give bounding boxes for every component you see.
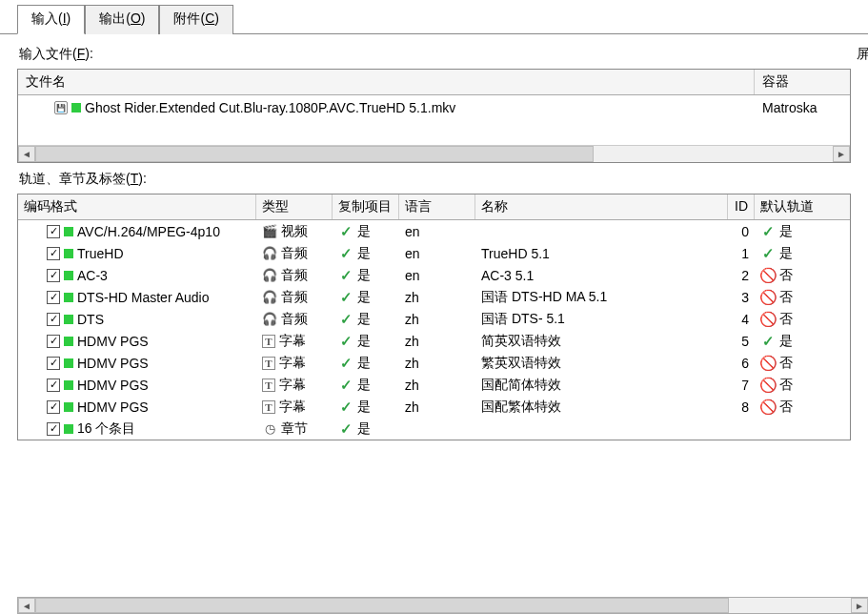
- track-copy-text: 是: [357, 223, 371, 240]
- scroll-left-arrow-icon[interactable]: ◄: [18, 598, 35, 613]
- track-id-text: 5: [741, 334, 749, 349]
- track-row[interactable]: AC-3🎧音频✓是enAC-3 5.12🚫否: [18, 264, 850, 286]
- tracks-hscrollbar[interactable]: ◄ ►: [17, 597, 868, 614]
- check-icon: ✓: [338, 290, 353, 305]
- tab-attachments[interactable]: 附件(C): [159, 5, 232, 34]
- track-copy-text: 是: [357, 245, 371, 262]
- tab-input[interactable]: 输入(I): [17, 5, 85, 34]
- status-indicator-icon: [71, 103, 81, 113]
- tab-input-label: 输入: [31, 10, 58, 26]
- track-checkbox[interactable]: [47, 379, 60, 392]
- col-header-codec[interactable]: 编码格式: [18, 194, 256, 219]
- scroll-right-arrow-icon[interactable]: ►: [851, 598, 868, 613]
- tab-bar: 输入(I) 输出(O) 附件(C): [0, 0, 868, 34]
- check-icon: ✓: [338, 378, 353, 393]
- track-lang-text: zh: [405, 290, 419, 305]
- track-row[interactable]: DTS-HD Master Audio🎧音频✓是zh国语 DTS-HD MA 5…: [18, 286, 850, 308]
- track-lang-text: zh: [405, 334, 419, 349]
- file-list-hscrollbar[interactable]: ◄ ►: [18, 145, 850, 162]
- track-checkbox[interactable]: [47, 400, 60, 414]
- status-indicator-icon: [64, 358, 73, 368]
- col-header-filename[interactable]: 文件名: [18, 70, 755, 94]
- track-checkbox[interactable]: [47, 422, 60, 436]
- track-codec-text: DTS-HD Master Audio: [77, 290, 209, 305]
- track-type-text: 字幕: [279, 355, 306, 372]
- track-copy-text: 是: [357, 377, 371, 394]
- col-header-copy[interactable]: 复制项目: [333, 194, 399, 219]
- track-default-text: 是: [779, 245, 793, 262]
- track-row[interactable]: HDMV PGST字幕✓是zh国配繁体特效8🚫否: [18, 396, 850, 418]
- file-list-panel: 文件名 容器 💾 Ghost Rider.Extended Cut.Blu-ra…: [17, 69, 851, 163]
- track-checkbox[interactable]: [47, 225, 60, 238]
- track-codec-text: HDMV PGS: [77, 399, 149, 415]
- track-id-text: 7: [741, 378, 749, 393]
- track-checkbox[interactable]: [47, 269, 60, 282]
- track-codec-text: HDMV PGS: [77, 334, 149, 349]
- track-list-panel: 编码格式 类型 复制项目 语言 名称 ID 默认轨道 AVC/H.264/MPE…: [17, 194, 851, 440]
- track-list-body: AVC/H.264/MPEG-4p10🎬视频✓是en0✓是TrueHD🎧音频✓是…: [18, 220, 850, 440]
- track-lang-text: zh: [405, 356, 419, 371]
- scroll-track[interactable]: [35, 598, 851, 613]
- track-checkbox[interactable]: [47, 335, 60, 348]
- prohibit-icon: 🚫: [760, 312, 776, 327]
- track-lang-text: en: [405, 224, 420, 239]
- status-indicator-icon: [64, 293, 73, 302]
- scroll-left-arrow-icon[interactable]: ◄: [18, 146, 35, 162]
- track-codec-text: HDMV PGS: [77, 356, 149, 371]
- track-copy-text: 是: [357, 355, 371, 372]
- status-indicator-icon: [64, 271, 73, 280]
- track-row[interactable]: AVC/H.264/MPEG-4p10🎬视频✓是en0✓是: [18, 220, 850, 242]
- track-type-text: 音频: [281, 267, 308, 284]
- audio-type-icon: 🎧: [262, 290, 277, 305]
- scroll-thumb[interactable]: [35, 598, 729, 613]
- track-id-text: 1: [741, 246, 749, 261]
- track-default-text: 否: [779, 311, 793, 328]
- status-indicator-icon: [64, 249, 73, 258]
- col-header-id[interactable]: ID: [728, 194, 755, 219]
- track-checkbox[interactable]: [47, 357, 60, 370]
- tab-output-label: 输出: [99, 10, 126, 26]
- check-icon: ✓: [338, 246, 353, 261]
- track-name-text: 国配繁体特效: [481, 399, 561, 416]
- tab-output[interactable]: 输出(O): [85, 5, 159, 34]
- track-type-text: 视频: [281, 223, 308, 240]
- track-row[interactable]: TrueHD🎧音频✓是enTrueHD 5.11✓是: [18, 242, 850, 264]
- status-indicator-icon: [64, 315, 73, 324]
- tracks-section-label: 轨道、章节及标签(T):: [0, 163, 868, 194]
- track-id-text: 4: [741, 312, 749, 327]
- track-row[interactable]: DTS🎧音频✓是zh国语 DTS- 5.14🚫否: [18, 308, 850, 330]
- audio-type-icon: 🎧: [262, 268, 277, 283]
- track-row[interactable]: HDMV PGST字幕✓是zh繁英双语特效6🚫否: [18, 352, 850, 374]
- subtitle-type-icon: T: [262, 379, 275, 392]
- track-checkbox[interactable]: [47, 247, 60, 260]
- col-header-default[interactable]: 默认轨道: [755, 194, 833, 219]
- tab-attach-label: 附件: [173, 10, 200, 26]
- col-header-type[interactable]: 类型: [256, 194, 333, 219]
- track-default-text: 是: [779, 333, 793, 350]
- scroll-thumb[interactable]: [35, 146, 594, 162]
- track-checkbox[interactable]: [47, 291, 60, 304]
- col-header-container[interactable]: 容器: [755, 70, 850, 94]
- col-header-lang[interactable]: 语言: [399, 194, 475, 219]
- status-indicator-icon: [64, 227, 73, 236]
- track-row[interactable]: HDMV PGST字幕✓是zh简英双语特效5✓是: [18, 330, 850, 352]
- status-indicator-icon: [64, 402, 73, 412]
- track-default-text: 是: [779, 223, 793, 240]
- track-lang-text: zh: [405, 378, 419, 393]
- scroll-track[interactable]: [35, 146, 833, 162]
- track-type-text: 音频: [281, 311, 308, 328]
- file-row[interactable]: 💾 Ghost Rider.Extended Cut.Blu-ray.1080P…: [18, 95, 850, 120]
- prohibit-icon: 🚫: [760, 378, 776, 393]
- scroll-right-arrow-icon[interactable]: ►: [833, 146, 850, 162]
- check-icon: ✓: [760, 334, 776, 349]
- track-default-text: 否: [779, 377, 793, 394]
- col-header-name[interactable]: 名称: [475, 194, 728, 219]
- track-row[interactable]: 16 个条目◷章节✓是: [18, 418, 850, 440]
- track-checkbox[interactable]: [47, 313, 60, 326]
- prohibit-icon: 🚫: [760, 268, 776, 283]
- track-lang-text: en: [405, 246, 420, 261]
- track-copy-text: 是: [357, 267, 371, 284]
- track-row[interactable]: HDMV PGST字幕✓是zh国配简体特效7🚫否: [18, 374, 850, 396]
- track-lang-text: zh: [405, 312, 419, 327]
- track-type-text: 音频: [281, 245, 308, 262]
